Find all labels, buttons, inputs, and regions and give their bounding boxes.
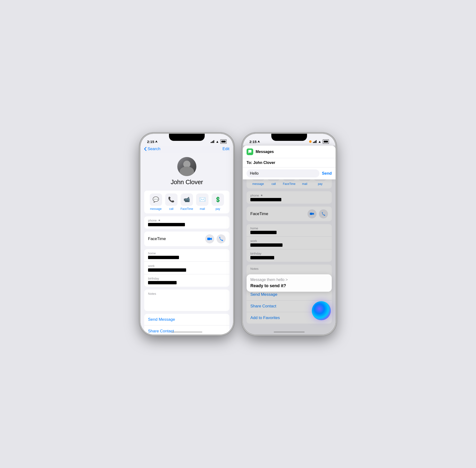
ft-audio-right[interactable] — [319, 209, 328, 219]
ft-video-right[interactable] — [308, 209, 316, 219]
wifi-icon-right: ▲ — [318, 140, 321, 144]
phone-icon-right — [322, 212, 325, 216]
siri-suggestion-card: Message them hello > Ready to send it? — [247, 274, 332, 292]
video-icon — [207, 237, 212, 241]
home-indicator-right — [274, 331, 305, 333]
right-phone-screen: 2:15 ▲ — [243, 134, 336, 335]
message-compose-sheet: Messages To: John Clover Hello Send — [243, 146, 336, 179]
message-input-field[interactable]: Hello — [247, 169, 319, 177]
birthday-value-redacted — [148, 281, 177, 284]
email-section: home work birthday — [144, 249, 229, 287]
phone-icon — [219, 236, 223, 241]
facetime-audio-btn[interactable] — [217, 234, 226, 243]
right-phone: 2:15 ▲ — [243, 134, 336, 335]
message-button[interactable]: 💬 message — [149, 193, 163, 211]
facetime-video-btn[interactable] — [205, 234, 214, 243]
message-them-suggestion: Message them hello > — [250, 278, 288, 282]
avatar — [177, 157, 196, 176]
info-section-right: home work birthday — [247, 224, 332, 262]
facetime-button[interactable]: 📹 FaceTime — [180, 193, 194, 211]
left-scroll-content[interactable]: Search Edit John Clover 💬 — [140, 146, 233, 335]
left-phone-screen: 2:15 ▲ — [140, 134, 233, 335]
notch-right — [271, 134, 307, 141]
svg-rect-1 — [310, 213, 313, 215]
avatar-image — [177, 157, 196, 176]
siri-ready-text: Ready to send it? — [250, 283, 328, 288]
back-button-left[interactable]: Search — [144, 146, 160, 151]
status-time-left: 2:15 — [147, 140, 158, 144]
location-arrow-icon — [155, 140, 158, 143]
battery-icon — [220, 139, 227, 144]
message-sheet-header: Messages — [243, 146, 336, 158]
phone-row[interactable]: phone ★ — [144, 216, 229, 229]
chevron-left-icon — [144, 147, 147, 151]
status-icons-left: ▲ — [211, 139, 227, 144]
contact-header: John Clover — [140, 153, 233, 190]
nav-bar-left: Search Edit — [140, 146, 233, 153]
messages-app-icon — [247, 148, 253, 155]
phone-section-right: phone ★ — [247, 191, 332, 204]
work-row[interactable]: work — [144, 262, 229, 274]
left-phone: 2:15 ▲ — [140, 134, 233, 335]
status-time-right: 2:15 — [249, 140, 260, 144]
share-contact-link[interactable]: Share Contact — [144, 325, 229, 335]
facetime-row[interactable]: FaceTime — [144, 232, 229, 246]
work-value-redacted — [148, 268, 186, 272]
orange-dot-indicator — [309, 140, 312, 143]
phone-section: phone ★ — [144, 216, 229, 229]
siri-orb[interactable] — [312, 301, 331, 320]
home-indicator — [171, 331, 202, 333]
home-row[interactable]: home — [144, 249, 229, 262]
call-button[interactable]: 📞 call — [164, 193, 178, 211]
birthday-row[interactable]: birthday — [144, 274, 229, 287]
edit-button[interactable]: Edit — [223, 146, 229, 151]
contact-name: John Clover — [171, 178, 203, 186]
svg-rect-0 — [207, 238, 210, 240]
phone-value-redacted — [148, 223, 185, 226]
message-to-text: To: John Clover — [247, 161, 275, 165]
status-icons-right: ▲ — [309, 139, 329, 144]
action-buttons-row: 💬 message 📞 call 📹 FaceTime — [144, 190, 229, 213]
pay-button[interactable]: 💲 pay — [211, 193, 225, 211]
messages-title: Messages — [256, 150, 274, 154]
message-input-row: Hello Send — [243, 167, 336, 179]
message-bubble-icon — [248, 150, 252, 154]
video-icon-right — [310, 212, 314, 215]
message-to-row: To: John Clover — [243, 158, 336, 167]
location-arrow-icon-right — [257, 140, 260, 143]
signal-icon-right — [313, 140, 316, 143]
send-button[interactable]: Send — [322, 171, 332, 176]
facetime-section: FaceTime — [144, 232, 229, 246]
wifi-icon: ▲ — [216, 140, 219, 144]
mail-button[interactable]: ✉️ mail — [195, 193, 209, 211]
star-icon: ★ — [158, 219, 161, 222]
notes-label: Notes — [148, 292, 226, 295]
facetime-section-right: FaceTime — [247, 206, 332, 221]
battery-icon-right — [323, 139, 329, 144]
send-message-link[interactable]: Send Message — [144, 314, 229, 325]
home-value-redacted — [148, 256, 179, 259]
notch — [169, 134, 205, 141]
signal-icon — [211, 140, 214, 143]
notes-section: Notes — [144, 290, 229, 311]
